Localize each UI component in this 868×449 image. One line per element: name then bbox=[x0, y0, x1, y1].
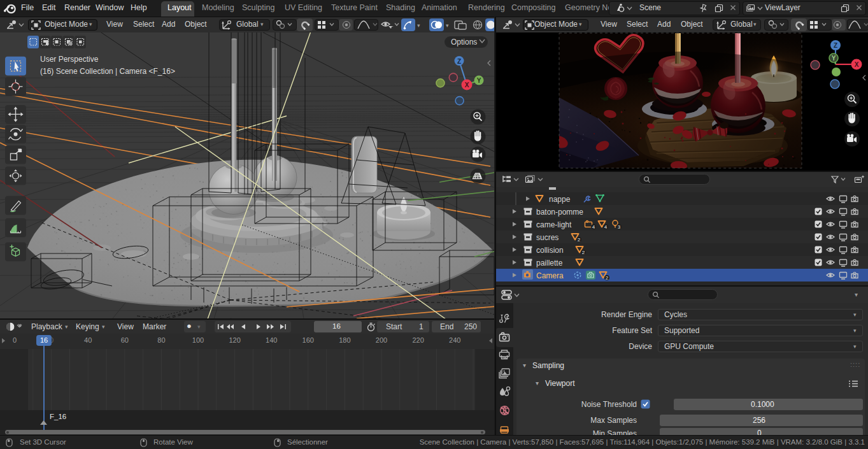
svg-text:180: 180 bbox=[339, 336, 350, 344]
svg-text:140: 140 bbox=[266, 336, 277, 344]
svg-text:2: 2 bbox=[582, 250, 585, 255]
svg-text:User Perspective: User Perspective bbox=[40, 55, 99, 64]
svg-text:4: 4 bbox=[604, 224, 608, 230]
svg-text:paillette: paillette bbox=[536, 259, 563, 267]
svg-text:Z: Z bbox=[457, 58, 461, 65]
svg-text:100: 100 bbox=[192, 336, 204, 344]
svg-text:200: 200 bbox=[376, 336, 387, 344]
svg-text:120: 120 bbox=[229, 336, 240, 344]
svg-text:4: 4 bbox=[592, 224, 595, 230]
svg-text:2: 2 bbox=[606, 275, 609, 281]
svg-text:220: 220 bbox=[412, 336, 423, 344]
svg-text:Z: Z bbox=[834, 42, 837, 49]
svg-text:3: 3 bbox=[618, 224, 621, 230]
svg-text:40: 40 bbox=[84, 336, 92, 344]
svg-text:Options: Options bbox=[451, 38, 477, 46]
svg-text:2: 2 bbox=[578, 237, 581, 243]
svg-text:sucres: sucres bbox=[536, 233, 559, 242]
svg-text:80: 80 bbox=[157, 336, 165, 344]
svg-text:160: 160 bbox=[302, 336, 314, 344]
svg-text:0: 0 bbox=[13, 336, 17, 344]
svg-text:collision: collision bbox=[536, 246, 564, 255]
svg-text:baton-pomme: baton-pomme bbox=[536, 208, 583, 217]
svg-text:Camera: Camera bbox=[536, 271, 564, 280]
svg-text:240: 240 bbox=[449, 336, 460, 344]
svg-text:nappe: nappe bbox=[549, 195, 571, 204]
svg-text:X: X bbox=[465, 82, 469, 89]
svg-text:(16) Scene Collection | Camera: (16) Scene Collection | Camera <F_16> bbox=[40, 67, 175, 76]
svg-text:Y: Y bbox=[832, 55, 836, 62]
svg-text:X: X bbox=[855, 61, 859, 68]
svg-text:came-light: came-light bbox=[536, 220, 572, 229]
svg-text:Y: Y bbox=[477, 77, 481, 84]
svg-text:60: 60 bbox=[121, 336, 129, 344]
